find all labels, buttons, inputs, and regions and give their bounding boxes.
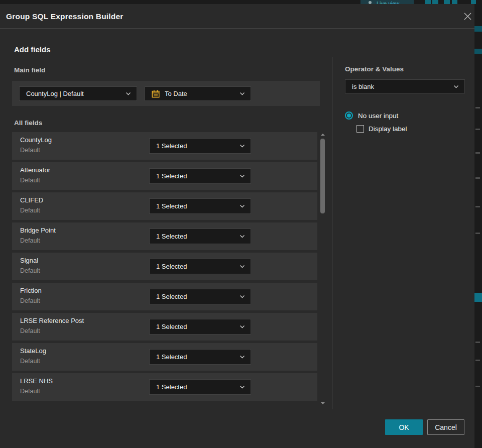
field-selected-dropdown[interactable]: 1 Selected [149, 229, 251, 244]
field-row: StateLog Default 1 Selected [12, 343, 317, 371]
field-row: CountyLog Default 1 Selected [12, 132, 317, 160]
scroll-down-arrow-icon[interactable] [321, 402, 325, 404]
field-selected-value: 1 Selected [150, 323, 239, 330]
chevron-down-icon [126, 92, 131, 95]
field-name: Friction [20, 287, 42, 294]
date-type-dropdown-value: To Date [165, 90, 239, 97]
live-view-button[interactable]: Live view [360, 0, 414, 4]
chevron-down-icon [239, 325, 245, 328]
field-selected-value: 1 Selected [150, 172, 239, 180]
background-edge-mark [475, 107, 480, 108]
field-selected-dropdown[interactable]: 1 Selected [149, 289, 251, 304]
chevron-down-icon [239, 204, 245, 208]
background-toolbar-button [425, 0, 431, 4]
field-selected-dropdown[interactable]: 1 Selected [149, 349, 251, 365]
display-label-label: Display label [369, 125, 407, 133]
add-fields-heading: Add fields [14, 45, 51, 54]
background-edge-mark [475, 233, 480, 234]
no-user-input-radio[interactable]: No user input [345, 111, 398, 120]
fields-scrollbar[interactable] [319, 132, 326, 406]
chevron-down-icon [453, 85, 459, 88]
background-edge-mark [475, 152, 480, 154]
field-name: Signal [20, 257, 38, 264]
calendar-icon [151, 89, 160, 98]
display-label-checkbox[interactable]: Display label [356, 125, 407, 133]
chevron-down-icon [239, 265, 245, 268]
field-row: Bridge Point Default 1 Selected [12, 222, 317, 250]
chevron-down-icon [239, 295, 245, 298]
dialog-title: Group SQL Expression Builder [6, 4, 124, 29]
field-name: Attenuator [20, 166, 50, 174]
field-row: Signal Default 1 Selected [12, 253, 317, 280]
all-fields-list: CountyLog Default 1 Selected Attenuator … [12, 132, 317, 403]
field-selected-dropdown[interactable]: 1 Selected [149, 319, 251, 334]
field-subtitle: Default [20, 327, 40, 334]
background-toolbar-button [471, 0, 476, 4]
background-edge-mark [475, 342, 480, 343]
background-edge-block [474, 26, 482, 32]
background-edge-mark [475, 360, 480, 361]
field-selected-dropdown[interactable]: 1 Selected [149, 379, 251, 395]
field-row: Attenuator Default 1 Selected [12, 162, 317, 190]
panel-divider [332, 57, 332, 409]
field-selected-dropdown[interactable]: 1 Selected [149, 259, 251, 274]
cancel-button[interactable]: Cancel [427, 419, 464, 435]
chevron-down-icon [239, 92, 245, 95]
field-row: Friction Default 1 Selected [12, 283, 317, 310]
operator-values-label: Operator & Values [345, 65, 404, 73]
field-selected-value: 1 Selected [150, 293, 239, 300]
no-user-input-label: No user input [358, 112, 398, 120]
live-view-label: Live view [377, 0, 399, 4]
scrollbar-thumb[interactable] [320, 139, 325, 213]
field-row: LRSE Reference Post Default 1 Selected [12, 313, 317, 341]
main-field-label: Main field [14, 66, 45, 74]
field-selected-value: 1 Selected [150, 142, 239, 150]
dialog-header: Group SQL Expression Builder [0, 4, 474, 29]
field-subtitle: Default [20, 388, 40, 395]
background-edge-mark [475, 129, 480, 130]
main-field-container: CountyLog | Default To Date [12, 81, 320, 106]
field-name: CLIFED [20, 196, 43, 204]
main-field-dropdown[interactable]: CountyLog | Default [19, 86, 137, 101]
header-divider [0, 29, 474, 29]
background-edge-block [474, 49, 482, 54]
scroll-up-arrow-icon[interactable] [321, 134, 325, 136]
chevron-down-icon [239, 355, 245, 359]
close-button[interactable] [461, 10, 473, 22]
field-row: CLIFED Default 1 Selected [12, 192, 317, 220]
field-selected-value: 1 Selected [150, 233, 239, 240]
field-name: LRSE Reference Post [20, 317, 84, 324]
field-selected-value: 1 Selected [150, 383, 239, 391]
field-selected-value: 1 Selected [150, 263, 239, 270]
background-edge-mark [475, 386, 480, 387]
operator-dropdown[interactable]: is blank [345, 79, 465, 93]
operator-dropdown-value: is blank [345, 83, 453, 90]
background-toolbar-button [452, 0, 457, 4]
field-subtitle: Default [20, 358, 40, 365]
main-field-dropdown-value: CountyLog | Default [20, 90, 126, 97]
background-app-right-edge [474, 4, 482, 448]
field-subtitle: Default [20, 267, 40, 274]
date-type-dropdown[interactable]: To Date [145, 86, 251, 101]
field-name: LRSE NHS [20, 377, 53, 385]
chevron-down-icon [239, 235, 245, 238]
field-selected-value: 1 Selected [150, 353, 239, 361]
field-selected-dropdown[interactable]: 1 Selected [149, 138, 251, 154]
ok-button[interactable]: OK [385, 419, 423, 435]
field-subtitle: Default [20, 177, 40, 184]
field-subtitle: Default [20, 237, 40, 244]
field-subtitle: Default [20, 297, 40, 304]
background-edge-block [474, 293, 482, 302]
field-name: CountyLog [20, 136, 52, 144]
field-selected-dropdown[interactable]: 1 Selected [149, 168, 251, 184]
chevron-down-icon [239, 144, 245, 148]
field-subtitle: Default [20, 207, 40, 214]
chevron-down-icon [239, 174, 245, 178]
field-name: Bridge Point [20, 227, 56, 234]
checkbox-unchecked-icon [356, 125, 364, 133]
background-edge-mark [475, 206, 480, 207]
background-toolbar-button [444, 0, 450, 4]
field-selected-dropdown[interactable]: 1 Selected [149, 198, 251, 214]
background-app-top-edge: Live view [0, 0, 482, 4]
background-toolbar-button [432, 0, 438, 4]
